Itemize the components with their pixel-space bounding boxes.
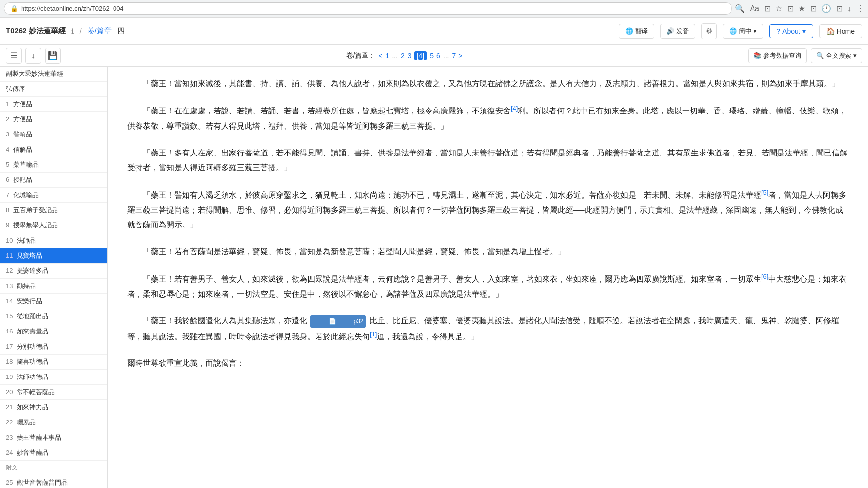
ref-link-4[interactable]: [4]: [511, 105, 518, 112]
sidebar: 副製大乘妙法蓮華經 弘傳序 1 方便品 2 方便品 3 譬喻品 4 信解品 5 …: [0, 67, 108, 488]
sidebar-item-15[interactable]: 15 從地踊出品: [0, 309, 107, 324]
content-area[interactable]: 「藥王！當知如來滅後，其能書、持、讀、誦、供養、為他人說者，如來則為以衣覆之，又…: [108, 67, 868, 488]
sidebar-item-20[interactable]: 20 常不輕菩薩品: [0, 385, 107, 400]
sidebar-item-num: 16: [6, 328, 13, 335]
ext1-icon[interactable]: ⊡: [787, 4, 794, 13]
nav-page-4-current[interactable]: [4]: [414, 51, 427, 60]
ext2-icon[interactable]: ★: [799, 4, 805, 13]
ref-search-button[interactable]: 📚 参考数据查询: [748, 48, 807, 63]
sidebar-item-num: 19: [6, 373, 13, 380]
sidebar-item-num: 14: [6, 297, 13, 305]
sidebar-item-3[interactable]: 3 譬喻品: [0, 127, 107, 142]
menu-icon[interactable]: ⋮: [856, 4, 864, 13]
sidebar-item-top[interactable]: 副製大乘妙法蓮華經: [0, 67, 107, 82]
sidebar-item-label: 譬喻品: [13, 131, 32, 138]
sidebar-item-label: 觀世音菩薩普門品: [17, 479, 68, 486]
sidebar-item-label: 副製大乘妙法蓮華經: [6, 70, 63, 77]
sidebar-item-23[interactable]: 23 藥王菩薩本事品: [0, 430, 107, 445]
sidebar-item-17[interactable]: 17 分別功德品: [0, 339, 107, 355]
home-button[interactable]: 🏠 Home: [819, 24, 862, 38]
ref-link-5[interactable]: [5]: [761, 189, 768, 196]
nav-page-2[interactable]: 2: [401, 52, 405, 60]
pronounce-button[interactable]: 🔊 发音: [660, 24, 695, 39]
sidebar-item-24[interactable]: 24 妙音菩薩品: [0, 445, 107, 461]
nav-arrow-left[interactable]: <: [378, 52, 382, 60]
settings-button[interactable]: ⚙: [701, 23, 717, 39]
info-icon[interactable]: ℹ: [71, 27, 74, 35]
sidebar-item-label: 藥草喻品: [13, 161, 39, 168]
sidebar-item-6[interactable]: 6 授記品: [0, 173, 107, 188]
sidebar-item-8[interactable]: 8 五百弟子受記品: [0, 203, 107, 218]
sidebar-item-19[interactable]: 19 法師功德品: [0, 370, 107, 385]
globe-icon: 🌐: [729, 27, 737, 35]
ext3-icon[interactable]: ⊡: [810, 4, 817, 13]
lang-button[interactable]: 🌐 簡中 ▾: [723, 24, 763, 39]
screenshot-icon[interactable]: ⊡: [764, 4, 771, 13]
sidebar-item-num: 9: [6, 222, 9, 229]
home-icon: 🏠: [826, 27, 835, 35]
sidebar-item-appendix: 附文: [0, 461, 107, 475]
sidebar-item-16[interactable]: 16 如來壽量品: [0, 324, 107, 339]
nav-page-1[interactable]: 1: [386, 52, 389, 60]
sound-icon: 🔊: [666, 27, 674, 35]
search-icon[interactable]: 🔍: [735, 4, 745, 13]
download-icon[interactable]: ↓: [847, 4, 851, 13]
ext5-icon[interactable]: ⊡: [836, 4, 843, 13]
sidebar-item-num: 13: [6, 282, 13, 289]
bookmark-icon[interactable]: ☆: [776, 4, 782, 13]
breadcrumb-sep: /: [80, 27, 82, 35]
sidebar-item-12[interactable]: 12 提婆達多品: [0, 264, 107, 279]
nav-page-7[interactable]: 7: [452, 52, 456, 60]
sidebar-item-11[interactable]: 11 見寶塔品: [0, 248, 107, 264]
ext4-icon[interactable]: 🕐: [822, 4, 831, 13]
about-question-icon: ?: [777, 27, 780, 35]
sidebar-item-7[interactable]: 7 化城喻品: [0, 188, 107, 203]
sidebar-item-10[interactable]: 10 法師品: [0, 233, 107, 248]
nav-page-3[interactable]: 3: [408, 52, 411, 60]
about-button[interactable]: ? About ▾: [769, 24, 813, 38]
sidebar-item-25[interactable]: 25 觀世音菩薩普門品: [0, 475, 107, 488]
sidebar-item-5[interactable]: 5 藥草喻品: [0, 157, 107, 173]
sidebar-item-13[interactable]: 13 勸持品: [0, 279, 107, 294]
sidebar-item-1[interactable]: 1 方便品: [0, 97, 107, 112]
paragraph-7: 「藥王！我於餘國遣化人為其集聽法眾，亦遣化 📄 p32 比丘、比丘尼、優婆塞、優…: [127, 313, 848, 344]
nav-page-6[interactable]: 6: [436, 52, 440, 60]
breadcrumb-volume[interactable]: 卷/篇章: [88, 26, 112, 36]
page-tag-p32[interactable]: 📄 p32: [310, 315, 366, 328]
sidebar-item-label: 隨喜功德品: [17, 358, 48, 365]
save-icon-btn[interactable]: 💾: [45, 48, 61, 64]
sidebar-item-num: 21: [6, 403, 13, 411]
download-icon-btn[interactable]: ↓: [25, 48, 41, 64]
sidebar-item-18[interactable]: 18 隨喜功德品: [0, 355, 107, 370]
browser-chrome: 🔒 https://cbetaonline.cn/zh/T0262_004 🔍 …: [0, 0, 868, 18]
sidebar-item-4[interactable]: 4 信解品: [0, 142, 107, 157]
url-bar[interactable]: 🔒 https://cbetaonline.cn/zh/T0262_004: [4, 2, 732, 15]
magnifier-icon: 🔍: [816, 52, 824, 59]
translate-button[interactable]: 🌐 翻译: [619, 24, 654, 39]
nav-page-5[interactable]: 5: [430, 52, 434, 60]
font-icon[interactable]: Aa: [750, 4, 759, 13]
page-navigation: 卷/篇章： < 1 ... 2 3 [4] 5 6 ... 7 >: [61, 51, 748, 60]
full-text-search-button[interactable]: 🔍 全文搜索 ▾: [811, 48, 862, 63]
sidebar-item-label: 如來神力品: [17, 403, 48, 411]
sidebar-item-label: 提婆達多品: [17, 267, 48, 274]
nav-arrow-right[interactable]: >: [458, 52, 462, 60]
sidebar-item-label: 勸持品: [17, 282, 36, 289]
sidebar-item-21[interactable]: 21 如來神力品: [0, 400, 107, 415]
sidebar-item-intro[interactable]: 弘傳序: [0, 82, 107, 97]
sidebar-item-2[interactable]: 2 方便品: [0, 112, 107, 127]
sidebar-item-label: 常不輕菩薩品: [17, 388, 55, 396]
sidebar-item-label: 方便品: [13, 115, 32, 123]
sidebar-item-22[interactable]: 22 囑累品: [0, 415, 107, 430]
search-chevron-icon: ▾: [853, 52, 857, 59]
sidebar-item-num: 8: [6, 206, 9, 214]
sidebar-toggle-button[interactable]: ☰: [6, 48, 22, 64]
sidebar-item-14[interactable]: 14 安樂行品: [0, 294, 107, 309]
browser-toolbar-icons: 🔍 Aa ⊡ ☆ ⊡ ★ ⊡ 🕐 ⊡ ↓ ⋮: [735, 4, 864, 13]
ref-link-6[interactable]: [6]: [761, 273, 768, 280]
ref-link-1[interactable]: [1]: [370, 331, 377, 338]
sidebar-item-label: 法師品: [17, 237, 36, 244]
sidebar-item-num: 18: [6, 358, 13, 365]
sidebar-item-9[interactable]: 9 授學無學人記品: [0, 218, 107, 233]
nav-label: 卷/篇章：: [346, 51, 376, 60]
